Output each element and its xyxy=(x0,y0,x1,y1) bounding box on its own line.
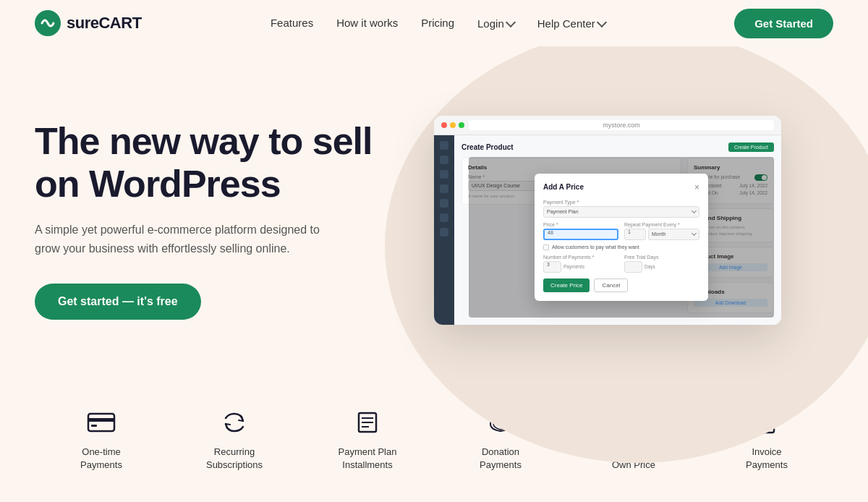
mockup-create-product-button: Create Product xyxy=(728,142,774,152)
modal-repeat-value-input: 1 xyxy=(624,229,646,240)
mockup-topbar: mystore.com xyxy=(434,116,781,135)
mockup-header: Create Product Create Product xyxy=(461,142,774,152)
hero-section: The new way to sell on WordPress A simpl… xyxy=(0,46,868,379)
sidebar-item xyxy=(440,170,448,179)
nav-item-how-it-works[interactable]: How it works xyxy=(336,17,398,29)
window-controls xyxy=(441,122,464,128)
maximize-dot xyxy=(459,122,464,128)
modal-create-price-button: Create Price xyxy=(543,278,590,292)
close-dot xyxy=(441,122,447,128)
credit-card-icon xyxy=(87,408,116,437)
mockup-page-title: Create Product xyxy=(461,143,514,151)
feature-one-time-label: One-timePayments xyxy=(80,446,122,472)
nav-item-login[interactable]: Login xyxy=(477,17,514,30)
minimize-dot xyxy=(450,122,456,128)
hero-title: The new way to sell on WordPress xyxy=(35,120,382,207)
feature-recurring-label: RecurringSubscriptions xyxy=(206,446,263,472)
modal-payment-type-row: Payment Type * Payment Plan xyxy=(543,200,699,218)
hero-subtitle: A simple yet powerful e-commerce platfor… xyxy=(35,221,324,258)
chevron-down-icon xyxy=(692,208,697,213)
sidebar-item xyxy=(440,141,448,150)
feature-recurring: RecurringSubscriptions xyxy=(168,408,301,472)
modal-num-payments-field: Number of Payments * 3 Payments xyxy=(543,255,618,273)
nav-get-started-button[interactable]: Get Started xyxy=(734,9,833,38)
feature-invoice-label: InvoicePayments xyxy=(746,446,788,472)
hero-illustration: mystore.com Create Product Create Produc… xyxy=(382,116,833,325)
sidebar-item xyxy=(440,184,448,193)
add-price-modal-overlay: Add A Price × Payment Type * Payment Pla… xyxy=(469,157,774,318)
svg-rect-3 xyxy=(91,425,97,427)
navbar: sureCART Features How it works Pricing L… xyxy=(0,0,868,46)
modal-footer: Create Price Cancel xyxy=(543,278,699,292)
modal-price-field: Price * 48 xyxy=(543,222,618,240)
modal-num-payments-label: Number of Payments * xyxy=(543,255,618,260)
hero-content: The new way to sell on WordPress A simpl… xyxy=(35,120,382,320)
nav-item-help-center[interactable]: Help Center xyxy=(537,17,605,30)
modal-payment-type-select: Payment Plan xyxy=(543,206,699,218)
chevron-down-icon xyxy=(597,17,607,27)
sidebar-item xyxy=(440,156,448,164)
feature-one-time: One-timePayments xyxy=(35,408,168,472)
product-mockup: mystore.com Create Product Create Produc… xyxy=(434,116,781,325)
modal-trial-label: Free Trial Days xyxy=(624,255,699,260)
modal-repeat-label: Repeat Payment Every * xyxy=(624,222,699,227)
modal-price-label: Price * xyxy=(543,222,618,227)
svg-rect-2 xyxy=(88,418,114,422)
feature-donation-label: DonationPayments xyxy=(480,446,522,472)
mockup-main-content: Create Product Create Product Details Na… xyxy=(454,135,781,325)
close-icon: × xyxy=(694,182,699,192)
recurring-icon xyxy=(220,408,249,437)
modal-trial-field: Free Trial Days Days xyxy=(624,255,699,273)
nav-item-pricing[interactable]: Pricing xyxy=(421,17,454,29)
modal-price-input: 48 xyxy=(543,229,618,240)
brand-name: sureCART xyxy=(67,14,142,33)
chevron-down-icon xyxy=(692,230,697,235)
modal-price-row: Price * 48 Repeat Payment Every * xyxy=(543,222,699,240)
add-price-modal: Add A Price × Payment Type * Payment Pla… xyxy=(535,174,708,301)
modal-payment-type-label: Payment Type * xyxy=(543,200,699,205)
svg-rect-1 xyxy=(88,414,114,431)
nav-links: Features How it works Pricing Login Help… xyxy=(271,17,605,30)
modal-checkbox-row: Allow customers to pay what they want xyxy=(543,244,699,250)
sidebar-item xyxy=(440,199,448,208)
modal-cancel-button: Cancel xyxy=(594,278,628,292)
modal-trial-unit: Days xyxy=(644,264,655,269)
nav-item-features[interactable]: Features xyxy=(271,17,313,29)
logo-icon xyxy=(35,10,61,36)
modal-title: Add A Price xyxy=(543,183,584,191)
payment-plan-icon xyxy=(353,408,382,437)
modal-checkbox-label: Allow customers to pay what they want xyxy=(552,244,639,250)
modal-repeat-unit-select: Month xyxy=(648,229,699,240)
modal-payment-type-field: Payment Type * Payment Plan xyxy=(543,200,699,218)
mockup-sidebar xyxy=(434,135,454,325)
modal-header: Add A Price × xyxy=(543,182,699,192)
logo[interactable]: sureCART xyxy=(35,10,142,36)
feature-payment-plan: Payment PlanInstallments xyxy=(301,408,434,472)
modal-repeat-field: Repeat Payment Every * 1 Month xyxy=(624,222,699,240)
modal-payments-unit: Payments xyxy=(563,264,584,269)
chevron-down-icon xyxy=(506,17,516,27)
browser-url: mystore.com xyxy=(469,120,774,130)
sidebar-item xyxy=(440,228,448,237)
modal-trial-input xyxy=(624,261,642,273)
modal-checkbox xyxy=(543,244,549,250)
feature-payment-plan-label: Payment PlanInstallments xyxy=(339,446,397,472)
modal-num-payments-input: 3 xyxy=(543,261,561,273)
sidebar-item xyxy=(440,213,448,222)
modal-payments-row: Number of Payments * 3 Payments xyxy=(543,255,699,273)
mockup-body: Create Product Create Product Details Na… xyxy=(434,135,781,325)
hero-cta-button[interactable]: Get started — it's free xyxy=(35,284,201,320)
